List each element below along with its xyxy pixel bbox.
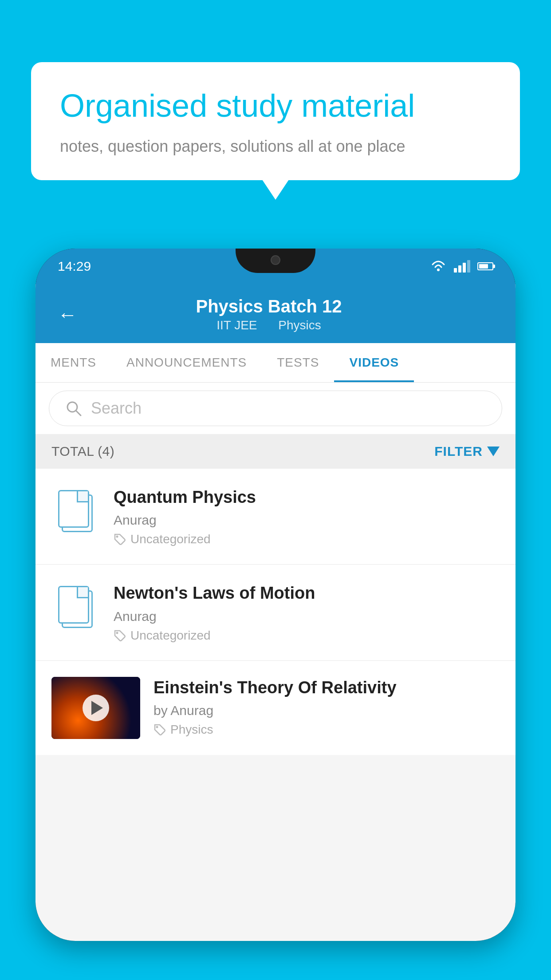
header-subtitle: IIT JEE Physics	[91, 318, 447, 332]
filter-label: FILTER	[434, 444, 483, 459]
video-tag: Physics	[153, 723, 500, 737]
filter-button[interactable]: FILTER	[434, 444, 500, 459]
battery-icon	[477, 262, 493, 270]
tab-bar: MENTS ANNOUNCEMENTS TESTS VIDEOS	[35, 343, 516, 383]
wifi-icon	[430, 260, 447, 273]
speech-bubble-container: Organised study material notes, question…	[31, 62, 520, 180]
status-bar: 14:29	[35, 249, 516, 284]
filter-icon	[487, 447, 500, 456]
svg-point-0	[437, 269, 440, 271]
video-author: Anurag	[114, 513, 500, 528]
search-container: Search	[35, 383, 516, 434]
svg-point-3	[116, 536, 118, 538]
total-count: TOTAL (4)	[51, 444, 114, 459]
list-item[interactable]: Einstein's Theory Of Relativity by Anura…	[35, 661, 516, 755]
video-thumbnail	[51, 677, 140, 739]
document-icon	[58, 490, 94, 532]
search-placeholder: Search	[91, 399, 142, 418]
back-button[interactable]: ←	[58, 304, 77, 326]
header-title: Physics Batch 12	[91, 296, 447, 316]
video-info: Einstein's Theory Of Relativity by Anura…	[153, 677, 500, 737]
doc-icon-container	[51, 582, 100, 631]
status-icons	[430, 260, 493, 273]
search-bar[interactable]: Search	[49, 391, 502, 426]
status-time: 14:29	[58, 259, 91, 274]
phone-frame: 14:29	[35, 249, 516, 941]
header-tag1: IIT JEE	[216, 318, 257, 332]
tab-ments[interactable]: MENTS	[35, 343, 111, 382]
doc-icon-container	[51, 486, 100, 535]
tab-videos[interactable]: VIDEOS	[334, 343, 414, 382]
phone-screen: ← Physics Batch 12 IIT JEE Physics MENTS…	[35, 284, 516, 941]
video-title: Quantum Physics	[114, 486, 500, 508]
tag-icon	[153, 723, 166, 736]
phone-container: 14:29	[35, 249, 516, 980]
video-info: Newton's Laws of Motion Anurag Uncategor…	[114, 582, 500, 642]
tag-label: Physics	[170, 723, 213, 737]
play-button[interactable]	[83, 695, 109, 721]
document-icon	[58, 586, 94, 628]
tag-icon	[114, 533, 126, 545]
front-camera	[271, 255, 280, 265]
video-author: by Anurag	[153, 703, 500, 718]
doc-icon-front	[58, 490, 89, 528]
list-item[interactable]: Newton's Laws of Motion Anurag Uncategor…	[35, 565, 516, 660]
filter-bar: TOTAL (4) FILTER	[35, 434, 516, 469]
tag-label: Uncategorized	[130, 532, 211, 546]
header-title-group: Physics Batch 12 IIT JEE Physics	[91, 296, 447, 332]
speech-bubble-title: Organised study material	[60, 87, 491, 125]
speech-bubble-subtitle: notes, question papers, solutions all at…	[60, 137, 491, 156]
tab-tests[interactable]: TESTS	[262, 343, 334, 382]
video-title: Einstein's Theory Of Relativity	[153, 677, 500, 699]
speech-bubble: Organised study material notes, question…	[31, 62, 520, 180]
signal-icon	[454, 260, 470, 273]
phone-notch	[236, 249, 315, 273]
video-tag: Uncategorized	[114, 532, 500, 546]
svg-line-2	[76, 411, 81, 415]
app-header: ← Physics Batch 12 IIT JEE Physics	[35, 284, 516, 343]
tag-label: Uncategorized	[130, 628, 211, 643]
svg-point-4	[116, 632, 118, 634]
header-tag2: Physics	[278, 318, 321, 332]
tab-announcements[interactable]: ANNOUNCEMENTS	[111, 343, 262, 382]
svg-point-5	[156, 726, 158, 728]
doc-icon-front	[58, 586, 89, 624]
search-icon	[65, 400, 82, 417]
video-list: Quantum Physics Anurag Uncategorized	[35, 469, 516, 755]
video-tag: Uncategorized	[114, 628, 500, 643]
list-item[interactable]: Quantum Physics Anurag Uncategorized	[35, 469, 516, 565]
tag-icon	[114, 629, 126, 642]
video-title: Newton's Laws of Motion	[114, 582, 500, 604]
video-author: Anurag	[114, 609, 500, 624]
video-info: Quantum Physics Anurag Uncategorized	[114, 486, 500, 546]
play-triangle-icon	[91, 701, 103, 715]
